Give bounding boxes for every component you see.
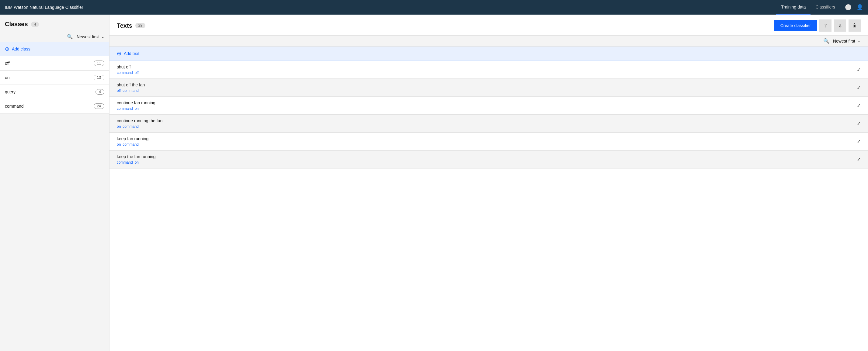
main-layout: Classes 4 🔍 Newest first ⌄ ⊕ Add class o…: [0, 14, 868, 351]
right-panel: Texts 28 Create classifier ⇧ ⇩ 🗑: [110, 14, 868, 351]
text-tags: commandon: [117, 106, 852, 111]
tag[interactable]: off: [117, 89, 121, 93]
class-name: on: [5, 75, 10, 80]
download-button[interactable]: ⇩: [834, 20, 846, 32]
text-item[interactable]: shut off commandoff ✓: [110, 61, 868, 79]
check-icon: ✓: [857, 103, 861, 108]
create-classifier-button[interactable]: Create classifier: [774, 20, 817, 31]
tag[interactable]: on: [135, 106, 139, 111]
text-value: continue fan running: [117, 100, 852, 105]
class-count-badge: 13: [94, 75, 104, 80]
nav-link-classifiers[interactable]: Classifiers: [810, 0, 840, 14]
text-content: keep the fan running commandon: [117, 154, 852, 164]
text-item[interactable]: continue fan running commandon ✓: [110, 97, 868, 115]
class-count-badge: 4: [95, 89, 104, 95]
add-class-row[interactable]: ⊕ Add class: [0, 42, 109, 56]
text-content: continue running the fan oncommand: [117, 118, 852, 129]
upload-button[interactable]: ⇧: [819, 20, 832, 32]
tag[interactable]: on: [135, 160, 139, 164]
tag[interactable]: on: [117, 124, 121, 129]
check-icon: ✓: [857, 85, 861, 91]
add-text-plus-icon: ⊕: [117, 50, 121, 57]
classes-sort-label: Newest first: [76, 34, 99, 39]
right-actions: Create classifier ⇧ ⇩ 🗑: [774, 20, 861, 32]
text-content: shut off commandoff: [117, 64, 852, 75]
tag[interactable]: command: [123, 142, 139, 147]
tag[interactable]: command: [123, 124, 139, 129]
class-name: off: [5, 61, 9, 66]
texts-sort-label: Newest first: [833, 39, 855, 43]
class-name: command: [5, 104, 23, 108]
nav-link-training-data[interactable]: Training data: [776, 0, 810, 14]
classes-title-row: Classes 4: [5, 21, 104, 28]
download-icon: ⇩: [838, 23, 842, 29]
classes-search-icon[interactable]: 🔍: [67, 34, 73, 39]
text-tags: oncommand: [117, 124, 852, 129]
classes-sort-dropdown[interactable]: Newest first ⌄: [76, 34, 104, 39]
text-item[interactable]: keep fan running oncommand ✓: [110, 133, 868, 151]
right-header: Texts 28 Create classifier ⇧ ⇩ 🗑: [110, 14, 868, 36]
add-class-label: Add class: [12, 46, 30, 52]
text-item[interactable]: shut off the fan offcommand ✓: [110, 79, 868, 97]
right-toolbar: 🔍 Newest first ⌄: [110, 36, 868, 46]
add-class-plus-icon: ⊕: [5, 45, 9, 52]
class-item[interactable]: on 13: [0, 70, 109, 85]
add-text-label: Add text: [124, 51, 139, 56]
classes-heading: Classes: [5, 21, 28, 28]
text-value: keep the fan running: [117, 154, 852, 159]
texts-sort-chevron-icon: ⌄: [858, 39, 861, 43]
tag[interactable]: command: [117, 160, 133, 164]
class-list: off 11 on 13 query 4 command 24: [0, 56, 109, 351]
app-title: IBM Watson Natural Language Classifier: [5, 5, 83, 10]
text-value: shut off: [117, 64, 852, 69]
texts-count-badge: 28: [135, 23, 145, 28]
left-header: Classes 4: [0, 14, 109, 31]
top-nav: IBM Watson Natural Language Classifier T…: [0, 0, 868, 14]
check-icon: ✓: [857, 121, 861, 127]
upload-icon: ⇧: [824, 23, 828, 29]
check-icon: ✓: [857, 157, 861, 162]
nav-right: Training data Classifiers ⚪ 👤: [776, 0, 863, 14]
texts-search-icon[interactable]: 🔍: [823, 38, 829, 44]
class-name: query: [5, 89, 16, 94]
text-tags: commandon: [117, 160, 852, 164]
text-content: shut off the fan offcommand: [117, 83, 852, 93]
user-icon[interactable]: 👤: [857, 4, 863, 11]
text-content: continue fan running commandon: [117, 100, 852, 111]
class-item[interactable]: query 4: [0, 85, 109, 99]
check-icon: ✓: [857, 139, 861, 145]
tag[interactable]: off: [135, 70, 139, 75]
text-value: continue running the fan: [117, 118, 852, 123]
text-item[interactable]: keep the fan running commandon ✓: [110, 151, 868, 168]
text-tags: commandoff: [117, 70, 852, 75]
left-toolbar: 🔍 Newest first ⌄: [0, 31, 109, 42]
text-item[interactable]: continue running the fan oncommand ✓: [110, 115, 868, 133]
nav-links: Training data Classifiers: [776, 0, 840, 14]
tag[interactable]: command: [117, 106, 133, 111]
left-panel: Classes 4 🔍 Newest first ⌄ ⊕ Add class o…: [0, 14, 110, 351]
class-count-badge: 11: [94, 61, 104, 66]
delete-button[interactable]: 🗑: [848, 20, 861, 32]
add-text-row[interactable]: ⊕ Add text: [110, 46, 868, 61]
tag[interactable]: command: [117, 70, 133, 75]
texts-title-left: Texts 28: [117, 22, 145, 29]
classes-sort-chevron-icon: ⌄: [101, 35, 104, 39]
text-tags: offcommand: [117, 89, 852, 93]
texts-sort-dropdown[interactable]: Newest first ⌄: [833, 39, 861, 43]
check-icon: ✓: [857, 67, 861, 73]
globe-icon[interactable]: ⚪: [845, 4, 851, 11]
text-list: shut off commandoff ✓ shut off the fan o…: [110, 61, 868, 351]
texts-heading: Texts: [117, 22, 132, 29]
text-value: shut off the fan: [117, 83, 852, 87]
texts-title-row: Texts 28 Create classifier ⇧ ⇩ 🗑: [117, 20, 861, 32]
class-item[interactable]: off 11: [0, 56, 109, 70]
class-count-badge: 24: [94, 103, 104, 109]
text-tags: oncommand: [117, 142, 852, 147]
classes-count-badge: 4: [31, 22, 39, 27]
class-item[interactable]: command 24: [0, 99, 109, 114]
trash-icon: 🗑: [852, 23, 857, 28]
tag[interactable]: command: [123, 89, 139, 93]
tag[interactable]: on: [117, 142, 121, 147]
text-value: keep fan running: [117, 136, 852, 141]
text-content: keep fan running oncommand: [117, 136, 852, 147]
